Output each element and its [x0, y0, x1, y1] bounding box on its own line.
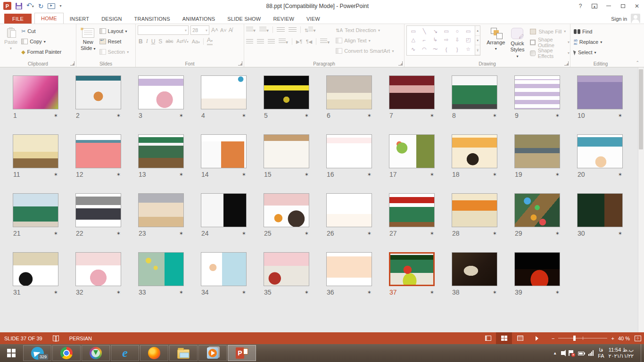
normal-view-button[interactable]	[480, 332, 496, 344]
decrease-font-size-icon[interactable]: A˅	[220, 27, 227, 33]
italic-button[interactable]: I	[146, 38, 148, 45]
network-signal-icon[interactable]	[588, 350, 594, 356]
taskbar-ie-button[interactable]: e	[111, 345, 139, 361]
slide-thumbnail-18[interactable]	[452, 134, 497, 168]
start-slideshow-icon[interactable]	[48, 3, 55, 9]
shape-effects-button[interactable]: Shape Effects	[530, 49, 570, 58]
show-desktop-button[interactable]	[641, 344, 643, 362]
ribbon-display-options-button[interactable]: ▲	[587, 0, 602, 12]
slide-thumbnail-14[interactable]	[201, 134, 247, 168]
zoom-slider[interactable]	[558, 338, 607, 338]
align-center-button[interactable]	[257, 39, 264, 44]
account-avatar[interactable]	[631, 14, 640, 23]
clipboard-dialog-launcher[interactable]	[70, 61, 74, 66]
restore-button[interactable]	[616, 0, 630, 12]
slide-thumbnail-33[interactable]	[138, 252, 184, 286]
slide-thumbnail-39[interactable]	[514, 252, 560, 286]
slide-thumbnail-2[interactable]	[75, 75, 121, 109]
text-direction-button[interactable]: ⇅AText Direction	[334, 26, 395, 34]
slide-thumbnail-28[interactable]	[452, 193, 497, 227]
slide-thumbnail-24[interactable]	[201, 193, 247, 227]
slide-sorter-view-button[interactable]	[496, 332, 512, 344]
font-dialog-launcher[interactable]	[238, 61, 242, 66]
justify-button[interactable]: ▾	[279, 39, 288, 45]
slide-thumbnail-3[interactable]	[138, 75, 184, 109]
strikethrough-button[interactable]: abc	[165, 39, 173, 44]
bold-button[interactable]: B	[139, 38, 143, 45]
help-button[interactable]: ?	[573, 0, 587, 12]
increase-font-size-icon[interactable]: A˄	[211, 27, 218, 33]
slide-thumbnail-16[interactable]	[326, 134, 372, 168]
save-icon[interactable]	[16, 3, 22, 9]
font-name-combo[interactable]: ▾	[138, 25, 189, 35]
slide-thumbnail-35[interactable]	[264, 252, 309, 286]
slide-thumbnail-22[interactable]	[75, 193, 121, 227]
slideshow-view-button[interactable]	[528, 332, 544, 344]
tab-file[interactable]: FILE	[4, 14, 32, 24]
action-center-flag-icon[interactable]: ✕	[569, 350, 574, 356]
scrollbar-thumb[interactable]	[639, 69, 643, 149]
slide-thumbnail-27[interactable]	[389, 193, 435, 227]
shapes-scroll-down-icon[interactable]: ▼	[475, 36, 480, 46]
taskbar-mediaplayer-button[interactable]	[198, 345, 227, 361]
slide-thumbnail-1[interactable]	[13, 75, 58, 109]
font-color-button[interactable]: A▾	[207, 37, 213, 45]
slide-thumbnail-17[interactable]	[389, 134, 435, 168]
paste-button[interactable]: Paste▾	[2, 25, 20, 53]
shapes-scroll-up-icon[interactable]: ▲	[475, 26, 480, 36]
numbering-button[interactable]: ▾	[259, 27, 269, 33]
reset-button[interactable]: Reset	[98, 37, 131, 46]
slide-thumbnail-15[interactable]	[264, 134, 309, 168]
slide-thumbnail-34[interactable]	[201, 252, 247, 286]
quick-styles-button[interactable]: Quick Styles ▾	[507, 25, 527, 61]
ltr-direction-button[interactable]: ▶¶	[296, 39, 302, 44]
find-button[interactable]: Find	[572, 27, 603, 36]
zoom-in-button[interactable]: +	[611, 336, 614, 341]
slide-thumbnail-4[interactable]	[201, 75, 247, 109]
columns-button[interactable]: ▾	[320, 39, 330, 45]
character-spacing-button[interactable]: A⇄V▾	[176, 39, 188, 44]
taskbar-telegram-button[interactable]: 329	[23, 345, 51, 361]
tab-review[interactable]: REVIEW	[267, 14, 300, 24]
slide-thumbnail-6[interactable]	[326, 75, 372, 109]
font-size-combo[interactable]: 28▾	[190, 25, 209, 35]
section-button[interactable]: Section	[98, 48, 131, 56]
increase-indent-button[interactable]	[289, 27, 297, 33]
tab-design[interactable]: DESIGN	[95, 14, 128, 24]
slide-thumbnail-36[interactable]	[326, 252, 372, 286]
language-switcher[interactable]: فا FA	[598, 347, 604, 359]
taskbar-firefox-button[interactable]	[140, 345, 168, 361]
taskbar-powerpoint-button[interactable]: P	[228, 345, 256, 361]
slide-thumbnail-9[interactable]	[514, 75, 560, 109]
slide-thumbnail-10[interactable]	[577, 75, 623, 109]
taskbar-explorer-button[interactable]	[169, 345, 198, 361]
slide-thumbnail-23[interactable]	[138, 193, 184, 227]
slide-thumbnail-37[interactable]	[389, 252, 435, 286]
undo-icon[interactable]: ↶▾	[26, 2, 34, 10]
fit-slide-to-window-icon[interactable]: ⊹	[635, 336, 641, 341]
slide-thumbnail-26[interactable]	[326, 193, 372, 227]
cut-button[interactable]: ✂Cut	[20, 27, 63, 35]
shapes-scrollbar[interactable]: ▲ ▼ ⊽	[475, 25, 480, 56]
tab-view[interactable]: VIEW	[300, 14, 326, 24]
vertical-scrollbar[interactable]	[638, 67, 644, 332]
slide-thumbnail-29[interactable]	[514, 193, 560, 227]
replace-button[interactable]: abacReplace	[572, 38, 603, 46]
layout-button[interactable]: Layout	[98, 27, 131, 35]
shape-outline-button[interactable]: Shape Outline	[530, 38, 570, 47]
underline-button[interactable]: U	[151, 38, 156, 45]
tab-insert[interactable]: INSERT	[64, 14, 95, 24]
slide-thumbnail-8[interactable]	[452, 75, 497, 109]
new-slide-button[interactable]: New Slide ▾	[78, 25, 98, 53]
volume-icon[interactable]	[561, 351, 564, 355]
redo-icon[interactable]: ↻	[38, 3, 44, 9]
taskbar-chrome-button[interactable]	[52, 345, 81, 361]
slide-thumbnail-20[interactable]	[577, 134, 623, 168]
slide-thumbnail-30[interactable]	[577, 193, 623, 227]
decrease-indent-button[interactable]	[277, 27, 285, 33]
slide-thumbnail-38[interactable]	[452, 252, 497, 286]
start-button[interactable]	[0, 344, 23, 362]
clear-formatting-icon[interactable]: A̸	[229, 27, 232, 33]
align-right-button[interactable]	[268, 39, 275, 44]
select-button[interactable]: Select	[572, 48, 603, 57]
